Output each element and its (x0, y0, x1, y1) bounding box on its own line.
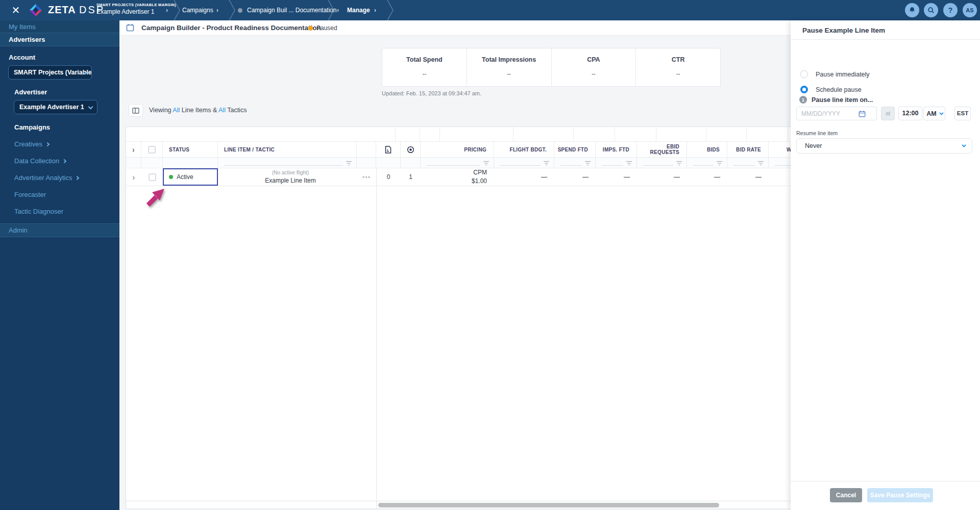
pricing-model: CPM (472, 168, 487, 177)
filter-flight-bdgt[interactable] (494, 158, 554, 168)
bell-icon (909, 7, 916, 14)
advertiser-select-value: Example Advertiser 1 (19, 104, 84, 111)
bids-value: — (687, 168, 727, 186)
column-header-status[interactable]: STATUS (163, 142, 218, 157)
column-settings-button[interactable] (129, 104, 143, 117)
expand-row-icon[interactable]: › (133, 172, 135, 182)
status-cell-selected[interactable]: Active (163, 168, 218, 186)
account-select-value: SMART Projects (Variable M (14, 69, 92, 76)
avatar[interactable]: AS (963, 3, 977, 17)
filter-bids[interactable] (687, 158, 727, 168)
chevron-right-icon (45, 142, 50, 146)
resume-select[interactable]: Never (796, 138, 972, 154)
stat-total-spend: Total Spend -- (382, 48, 467, 86)
column-header-tactics[interactable] (401, 142, 421, 157)
filter-icon (483, 161, 489, 166)
radio-checked-icon[interactable] (800, 86, 808, 93)
calendar-icon[interactable] (859, 110, 866, 117)
pause-immediately-option[interactable]: Pause immediately (800, 70, 870, 78)
filter-pricing[interactable] (421, 158, 494, 168)
chevron-down-icon (962, 143, 966, 147)
sidebar-item-forecaster[interactable]: Forecaster (0, 191, 119, 198)
top-nav-bar: ✕ ZETA DSP SMART PROJECTS (VARIABLE MARG… (0, 0, 980, 20)
flight-note: (No active flight) (272, 169, 309, 176)
save-pause-settings-button[interactable]: Save Pause Settings (867, 488, 933, 502)
all-line-items-link[interactable]: All (173, 107, 180, 114)
breadcrumb-status-dot (238, 8, 242, 13)
account-select[interactable]: SMART Projects (Variable M (8, 65, 92, 80)
column-header-bid-rate[interactable]: BID RATE (727, 142, 769, 157)
sidebar-item-creatives[interactable]: Creatives (0, 140, 119, 148)
chevron-right-icon[interactable]: › (374, 7, 376, 14)
sidebar-item-my-items[interactable]: My Items (0, 20, 119, 33)
breadcrumb-advertiser-label: Example Advertiser 1 (96, 8, 176, 15)
spend-ftd-value: — (554, 168, 596, 186)
table-filter-row (126, 158, 870, 168)
resume-line-item-label: Resume line item (796, 130, 838, 136)
breadcrumb-campaigns[interactable]: Campaigns (182, 7, 213, 14)
pause-date-field[interactable] (796, 107, 877, 120)
horizontal-scrollbar[interactable] (378, 503, 719, 507)
breadcrumb-advertiser[interactable]: SMART PROJECTS (VARIABLE MARGIN) Example… (96, 3, 176, 15)
radio-unchecked-icon[interactable] (800, 70, 808, 78)
chevron-right-icon[interactable]: › (337, 7, 339, 14)
breadcrumb-manage[interactable]: Manage (347, 7, 370, 14)
flight-bdgt-value: — (494, 168, 554, 186)
filter-line-item[interactable] (218, 158, 357, 168)
sidebar-item-data-collection[interactable]: Data Collection (0, 157, 119, 165)
select-all-checkbox[interactable] (148, 146, 156, 154)
resume-select-value: Never (805, 142, 822, 149)
all-tactics-link[interactable]: All (218, 107, 226, 114)
last-updated-text: Updated: Feb. 15, 2023 at 09:34:47 am. (382, 90, 481, 96)
chevron-right-icon[interactable]: › (166, 7, 168, 14)
breadcrumb-separator (387, 0, 394, 20)
close-icon[interactable]: ✕ (10, 5, 21, 16)
stat-label: Total Spend (382, 56, 467, 63)
filter-bid-rate[interactable] (727, 158, 769, 168)
pause-time-input[interactable] (899, 107, 922, 120)
search-button[interactable] (924, 3, 938, 17)
schedule-pause-option[interactable]: Schedule pause (800, 86, 862, 93)
schedule-pause-label: Schedule pause (816, 86, 862, 93)
zeta-logo-icon (29, 3, 43, 19)
column-header-ebid-requests[interactable]: EBID REQUESTS (637, 142, 687, 157)
chevron-right-icon[interactable]: › (216, 7, 218, 14)
meridiem-select[interactable]: AM (923, 107, 945, 120)
column-header-creatives[interactable] (376, 142, 401, 157)
column-header-line-item[interactable]: LINE ITEM / TACTIC (218, 142, 357, 157)
column-header-spend-ftd[interactable]: SPEND FTD (554, 142, 596, 157)
pause-date-input[interactable] (801, 110, 859, 117)
sidebar-item-advertisers[interactable]: Advertisers (0, 33, 119, 46)
line-item-cell[interactable]: (No active flight) Example Line Item (218, 168, 357, 186)
pause-time-field[interactable] (898, 107, 922, 120)
campaign-status-label: Paused (316, 24, 337, 32)
column-header-bids[interactable]: BIDS (687, 142, 727, 157)
help-button[interactable]: ? (943, 3, 958, 17)
line-item-name[interactable]: Example Line Item (265, 176, 315, 185)
stat-total-impressions: Total Impressions -- (467, 48, 552, 86)
filter-icon (757, 161, 764, 166)
column-header-imps-ftd[interactable]: IMPS. FTD (596, 142, 637, 157)
campaign-status-badge: Paused (308, 24, 337, 32)
filter-spend-ftd[interactable] (554, 158, 596, 168)
column-header-pricing[interactable]: PRICING (421, 142, 494, 157)
sidebar-item-advertiser-analytics[interactable]: Advertiser Analytics (0, 174, 119, 182)
expand-all-icon[interactable]: › (132, 144, 135, 155)
column-header-flight-bdgt[interactable]: FLIGHT BDGT. (494, 142, 554, 157)
filter-imps-ftd[interactable] (596, 158, 637, 168)
advertiser-select[interactable]: Example Advertiser 1 (14, 100, 97, 114)
notifications-button[interactable] (905, 3, 919, 17)
sidebar-item-admin[interactable]: Admin (0, 223, 119, 237)
stat-value: -- (552, 70, 636, 78)
sidebar-item-campaigns[interactable]: Campaigns (0, 123, 119, 131)
table-row[interactable]: › Active (No active flight) Example Line… (126, 168, 870, 186)
account-label: Account (0, 54, 119, 61)
sidebar-item-tactic-diagnoser[interactable]: Tactic Diagnoser (0, 208, 119, 215)
row-checkbox[interactable] (149, 173, 156, 181)
row-actions-menu-icon[interactable]: ••• (362, 173, 371, 181)
filter-ebid-requests[interactable] (637, 158, 687, 168)
paused-status-dot-icon (308, 26, 313, 31)
cancel-button[interactable]: Cancel (830, 488, 862, 502)
breadcrumb-campaign[interactable]: Campaign Buil ... Documentation (247, 7, 336, 14)
table-header-row: › STATUS LINE ITEM / TACTIC PRICING FLIG… (126, 141, 870, 158)
